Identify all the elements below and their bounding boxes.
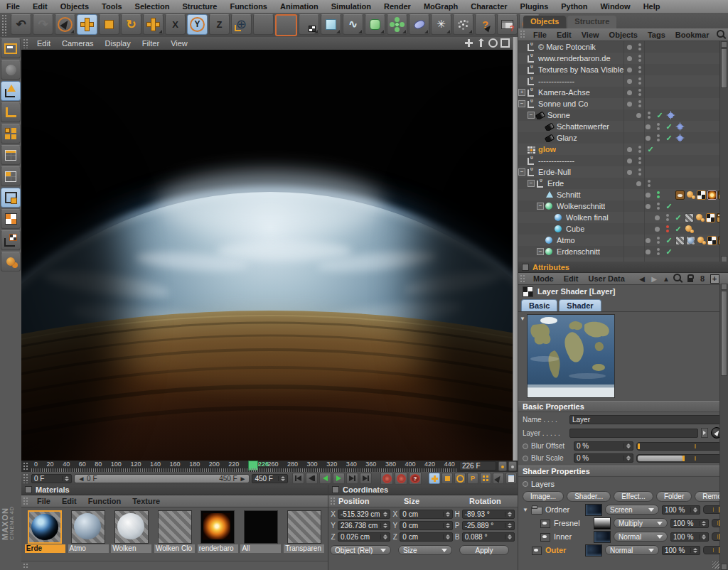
toolbar-button[interactable] <box>165 14 186 35</box>
object-label[interactable]: Schnitt <box>557 190 581 199</box>
spinner[interactable] <box>699 521 706 526</box>
toolbar-button[interactable] <box>33 14 53 35</box>
object-label[interactable]: Sonne und Co <box>538 100 588 108</box>
object-manager-menu-item[interactable]: File <box>528 31 552 39</box>
collapse-arrow-icon[interactable]: ▼ <box>520 314 527 398</box>
material-thumbnail[interactable] <box>244 510 278 544</box>
attributes-header[interactable]: Attributes <box>518 262 728 273</box>
expand-toggle[interactable] <box>546 215 554 221</box>
object-label[interactable]: Erdenschnitt <box>557 247 600 256</box>
object-tag-icon[interactable] <box>695 213 705 222</box>
layer-color-dot[interactable] <box>623 68 635 72</box>
toolbar-button[interactable] <box>299 14 319 35</box>
object-tag-icon[interactable] <box>697 190 706 200</box>
resize-handle[interactable] <box>712 561 719 569</box>
opacity-field[interactable]: 100 % <box>662 505 700 515</box>
expand-toggle[interactable] <box>537 203 545 210</box>
blend-mode-dropdown[interactable]: Multiply <box>614 518 668 528</box>
mode-button[interactable] <box>1 60 21 80</box>
object-label[interactable]: Textures by Nasa Visible Eart <box>538 65 623 74</box>
coordinate-mode-dropdown[interactable]: Object (Rel) <box>330 545 391 555</box>
attributes-toolbar-icon[interactable] <box>710 274 719 284</box>
spinner[interactable] <box>505 523 512 528</box>
menu-item[interactable]: Plugins <box>514 2 555 11</box>
visibility-dots[interactable] <box>635 100 644 107</box>
mode-button[interactable] <box>1 81 21 101</box>
attributes-menu-item[interactable]: Mode <box>528 274 559 283</box>
layer-color-dot[interactable] <box>623 158 635 163</box>
menu-item[interactable]: Objects <box>54 2 95 11</box>
layer-color-dot[interactable] <box>623 45 635 50</box>
object-tree-row[interactable]: Cube ✓ <box>518 223 728 235</box>
attributes-toolbar-icon[interactable] <box>661 274 671 284</box>
material-name[interactable]: renderbaro <box>198 544 238 553</box>
object-tree-row[interactable]: Erde-Null ✓ <box>518 166 728 178</box>
materials-grip[interactable] <box>23 497 29 505</box>
layer-color-dot[interactable] <box>623 147 635 152</box>
transport-button[interactable] <box>306 473 318 484</box>
menu-item[interactable]: Edit <box>26 2 54 11</box>
mode-button[interactable] <box>1 124 21 144</box>
object-label[interactable]: Sonne <box>547 111 570 119</box>
toolbar-button[interactable] <box>143 14 164 35</box>
viewport-nav-icon[interactable] <box>500 38 510 48</box>
animation-toggle[interactable] <box>523 481 528 487</box>
blur-scale-slider[interactable] <box>636 454 722 463</box>
visibility-dots[interactable] <box>653 191 663 198</box>
scroll-down-arrow[interactable] <box>721 564 727 570</box>
shader-layer-row[interactable]: Inner Normal 100 % <box>523 531 722 542</box>
visibility-dots[interactable] <box>663 214 672 221</box>
object-label[interactable]: © Marc Potocnik <box>538 43 596 51</box>
enabled-check-icon[interactable]: ✓ <box>672 225 685 234</box>
spinner[interactable] <box>699 534 706 539</box>
object-tag-icon[interactable] <box>706 213 715 222</box>
scroll-thumb[interactable] <box>721 291 727 376</box>
record-toggle[interactable] <box>480 473 491 484</box>
enabled-check-icon[interactable]: ✓ <box>663 247 675 257</box>
object-label[interactable]: Atmo <box>557 236 575 244</box>
attribute-tab[interactable]: Basic <box>521 299 557 311</box>
transport-button[interactable] <box>360 473 372 484</box>
layer-name[interactable]: Outer <box>545 546 582 554</box>
menu-item[interactable]: Functions <box>223 2 274 11</box>
toolbar-button[interactable] <box>121 14 141 35</box>
spinner[interactable] <box>623 456 631 461</box>
material-name[interactable]: Erde <box>25 544 65 553</box>
material-item[interactable]: Wolken <box>110 510 152 553</box>
blur-offset-field[interactable]: 0 % <box>574 441 633 451</box>
spinner[interactable] <box>690 507 697 512</box>
object-tree-row[interactable]: Atmo ✓ <box>518 235 728 246</box>
menu-item[interactable]: Simulation <box>325 2 378 11</box>
object-manager-menu-item[interactable]: Objects <box>604 31 643 39</box>
attributes-toolbar-icon[interactable] <box>637 274 647 284</box>
record-button[interactable] <box>409 472 422 485</box>
spinner[interactable] <box>62 476 69 481</box>
material-thumbnail[interactable] <box>200 510 235 544</box>
layer-color-dot[interactable] <box>642 249 653 254</box>
expand-toggle[interactable] <box>537 237 545 244</box>
viewport-menu-item[interactable]: Filter <box>136 39 165 48</box>
mode-button[interactable] <box>1 252 21 271</box>
frame-ticks[interactable]: 0204060801001201401601802002202402602803… <box>31 461 458 472</box>
toolbar-button[interactable] <box>343 14 363 35</box>
object-tree-row[interactable]: glow ✓ <box>518 144 728 155</box>
visibility-dots[interactable] <box>635 55 644 62</box>
transport-button[interactable] <box>319 473 331 484</box>
expand-toggle[interactable] <box>537 135 545 141</box>
attributes-toolbar-icon[interactable] <box>685 274 695 284</box>
object-tree-row[interactable]: www.renderbaron.de ✓ <box>518 53 728 64</box>
shader-preview[interactable] <box>527 314 615 398</box>
menu-item[interactable]: Character <box>464 2 513 11</box>
expand-toggle[interactable] <box>518 146 526 153</box>
transport-button[interactable] <box>292 473 304 484</box>
visibility-dots[interactable] <box>635 89 644 96</box>
range-start-field[interactable]: 0 F <box>31 474 72 483</box>
toolbar-button[interactable] <box>431 14 451 35</box>
blend-mode-dropdown[interactable]: Screen <box>605 505 659 515</box>
toolbar-button[interactable] <box>321 14 341 35</box>
size-mode-dropdown[interactable]: Size <box>398 545 452 555</box>
expand-toggle[interactable] <box>518 55 526 62</box>
expand-toggle[interactable] <box>518 67 526 73</box>
layer-color-dot[interactable] <box>623 79 635 84</box>
add-keyframe-button[interactable] <box>498 461 507 471</box>
